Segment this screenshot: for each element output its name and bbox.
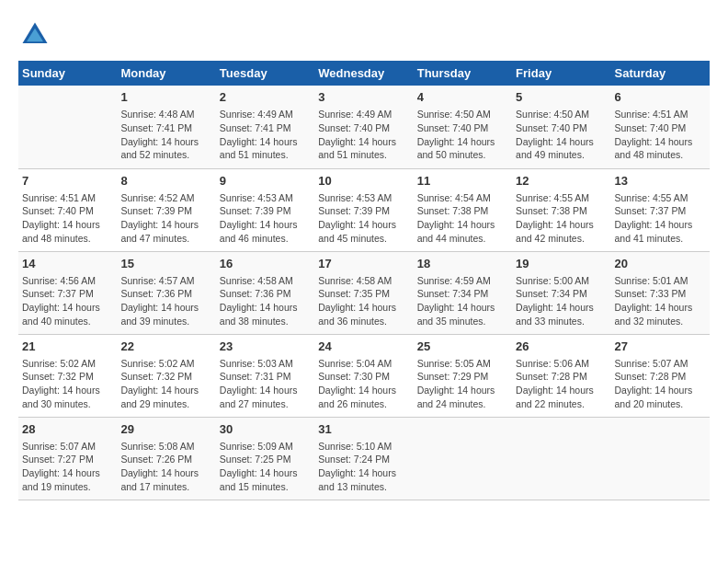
calendar-cell: 14Sunrise: 4:56 AMSunset: 7:37 PMDayligh…	[18, 251, 117, 334]
calendar-cell: 19Sunrise: 5:00 AMSunset: 7:34 PMDayligh…	[512, 251, 610, 334]
day-info: Sunrise: 5:02 AMSunset: 7:32 PMDaylight:…	[120, 357, 211, 411]
day-info: Sunrise: 5:05 AMSunset: 7:29 PMDaylight:…	[417, 357, 508, 411]
calendar-cell: 23Sunrise: 5:03 AMSunset: 7:31 PMDayligh…	[216, 334, 314, 417]
day-number: 24	[318, 339, 409, 355]
calendar-cell	[18, 86, 117, 168]
day-number: 22	[120, 339, 211, 355]
day-number: 17	[318, 256, 409, 272]
calendar-cell: 2Sunrise: 4:49 AMSunset: 7:41 PMDaylight…	[216, 86, 314, 168]
day-number: 28	[22, 421, 113, 438]
day-number: 9	[220, 173, 311, 190]
calendar-cell: 28Sunrise: 5:07 AMSunset: 7:27 PMDayligh…	[18, 417, 117, 500]
calendar-table: SundayMondayTuesdayWednesdayThursdayFrid…	[18, 61, 710, 500]
calendar-cell: 5Sunrise: 4:50 AMSunset: 7:40 PMDaylight…	[512, 86, 610, 168]
day-info: Sunrise: 5:07 AMSunset: 7:27 PMDaylight:…	[22, 440, 113, 494]
day-number: 6	[615, 89, 706, 106]
calendar-cell: 8Sunrise: 4:52 AMSunset: 7:39 PMDaylight…	[117, 168, 215, 251]
day-number: 18	[417, 256, 508, 272]
calendar-cell: 27Sunrise: 5:07 AMSunset: 7:28 PMDayligh…	[611, 334, 710, 417]
day-number: 13	[615, 173, 706, 190]
day-info: Sunrise: 4:56 AMSunset: 7:37 PMDaylight:…	[22, 274, 113, 328]
calendar-cell: 6Sunrise: 4:51 AMSunset: 7:40 PMDaylight…	[611, 86, 710, 168]
day-info: Sunrise: 4:49 AMSunset: 7:40 PMDaylight:…	[318, 108, 409, 162]
calendar-cell: 18Sunrise: 4:59 AMSunset: 7:34 PMDayligh…	[414, 251, 512, 334]
calendar-cell: 20Sunrise: 5:01 AMSunset: 7:33 PMDayligh…	[611, 251, 710, 334]
calendar-cell	[611, 417, 710, 500]
calendar-cell: 15Sunrise: 4:57 AMSunset: 7:36 PMDayligh…	[117, 251, 215, 334]
col-header-wednesday: Wednesday	[314, 61, 413, 86]
day-info: Sunrise: 4:54 AMSunset: 7:38 PMDaylight:…	[417, 191, 508, 246]
week-row-5: 28Sunrise: 5:07 AMSunset: 7:27 PMDayligh…	[18, 417, 710, 500]
week-row-3: 14Sunrise: 4:56 AMSunset: 7:37 PMDayligh…	[18, 251, 710, 334]
day-info: Sunrise: 4:53 AMSunset: 7:39 PMDaylight:…	[220, 191, 311, 246]
day-info: Sunrise: 4:53 AMSunset: 7:39 PMDaylight:…	[318, 191, 409, 246]
calendar-cell: 13Sunrise: 4:55 AMSunset: 7:37 PMDayligh…	[611, 168, 710, 251]
col-header-thursday: Thursday	[414, 61, 512, 86]
day-number: 26	[516, 339, 607, 355]
day-info: Sunrise: 5:03 AMSunset: 7:31 PMDaylight:…	[220, 357, 311, 411]
calendar-cell: 9Sunrise: 4:53 AMSunset: 7:39 PMDaylight…	[216, 168, 314, 251]
day-info: Sunrise: 4:50 AMSunset: 7:40 PMDaylight:…	[417, 108, 508, 162]
day-info: Sunrise: 4:55 AMSunset: 7:37 PMDaylight:…	[615, 191, 706, 246]
calendar-cell: 12Sunrise: 4:55 AMSunset: 7:38 PMDayligh…	[512, 168, 610, 251]
calendar-cell: 24Sunrise: 5:04 AMSunset: 7:30 PMDayligh…	[314, 334, 413, 417]
calendar-cell: 10Sunrise: 4:53 AMSunset: 7:39 PMDayligh…	[314, 168, 413, 251]
day-info: Sunrise: 4:55 AMSunset: 7:38 PMDaylight:…	[516, 191, 607, 246]
day-info: Sunrise: 5:10 AMSunset: 7:24 PMDaylight:…	[318, 440, 409, 494]
calendar-cell: 17Sunrise: 4:58 AMSunset: 7:35 PMDayligh…	[314, 251, 413, 334]
week-row-4: 21Sunrise: 5:02 AMSunset: 7:32 PMDayligh…	[18, 334, 710, 417]
col-header-sunday: Sunday	[18, 61, 117, 86]
logo	[18, 18, 55, 52]
day-info: Sunrise: 4:48 AMSunset: 7:41 PMDaylight:…	[120, 108, 211, 162]
calendar-cell: 29Sunrise: 5:08 AMSunset: 7:26 PMDayligh…	[117, 417, 215, 500]
week-row-2: 7Sunrise: 4:51 AMSunset: 7:40 PMDaylight…	[18, 168, 710, 251]
calendar-cell: 25Sunrise: 5:05 AMSunset: 7:29 PMDayligh…	[414, 334, 512, 417]
calendar-header-row: SundayMondayTuesdayWednesdayThursdayFrid…	[18, 61, 710, 86]
day-number: 31	[318, 421, 409, 438]
day-info: Sunrise: 4:51 AMSunset: 7:40 PMDaylight:…	[615, 108, 706, 162]
calendar-cell: 21Sunrise: 5:02 AMSunset: 7:32 PMDayligh…	[18, 334, 117, 417]
day-number: 12	[516, 173, 607, 190]
day-info: Sunrise: 4:59 AMSunset: 7:34 PMDaylight:…	[417, 274, 508, 328]
day-info: Sunrise: 5:07 AMSunset: 7:28 PMDaylight:…	[615, 357, 706, 411]
calendar-cell	[512, 417, 610, 500]
day-info: Sunrise: 4:52 AMSunset: 7:39 PMDaylight:…	[120, 191, 211, 246]
day-number: 5	[516, 89, 607, 106]
day-number: 11	[417, 173, 508, 190]
day-number: 27	[615, 339, 706, 355]
day-info: Sunrise: 4:49 AMSunset: 7:41 PMDaylight:…	[220, 108, 311, 162]
day-number: 29	[120, 421, 211, 438]
col-header-friday: Friday	[512, 61, 610, 86]
day-number: 21	[22, 339, 113, 355]
day-number: 10	[318, 173, 409, 190]
day-number: 1	[120, 89, 211, 106]
calendar-cell: 3Sunrise: 4:49 AMSunset: 7:40 PMDaylight…	[314, 86, 413, 168]
day-info: Sunrise: 5:02 AMSunset: 7:32 PMDaylight:…	[22, 357, 113, 411]
day-number: 30	[220, 421, 311, 438]
col-header-saturday: Saturday	[611, 61, 710, 86]
day-info: Sunrise: 4:50 AMSunset: 7:40 PMDaylight:…	[516, 108, 607, 162]
day-number: 3	[318, 89, 409, 106]
day-info: Sunrise: 4:51 AMSunset: 7:40 PMDaylight:…	[22, 191, 113, 246]
day-number: 14	[22, 256, 113, 272]
day-number: 25	[417, 339, 508, 355]
calendar-cell: 30Sunrise: 5:09 AMSunset: 7:25 PMDayligh…	[216, 417, 314, 500]
calendar-cell: 4Sunrise: 4:50 AMSunset: 7:40 PMDaylight…	[414, 86, 512, 168]
day-number: 8	[120, 173, 211, 190]
day-number: 19	[516, 256, 607, 272]
calendar-cell: 16Sunrise: 4:58 AMSunset: 7:36 PMDayligh…	[216, 251, 314, 334]
week-row-1: 1Sunrise: 4:48 AMSunset: 7:41 PMDaylight…	[18, 86, 710, 168]
day-number: 7	[22, 173, 113, 190]
calendar-cell: 11Sunrise: 4:54 AMSunset: 7:38 PMDayligh…	[414, 168, 512, 251]
day-info: Sunrise: 4:57 AMSunset: 7:36 PMDaylight:…	[120, 274, 211, 328]
calendar-cell: 7Sunrise: 4:51 AMSunset: 7:40 PMDaylight…	[18, 168, 117, 251]
day-info: Sunrise: 5:00 AMSunset: 7:34 PMDaylight:…	[516, 274, 607, 328]
day-info: Sunrise: 5:09 AMSunset: 7:25 PMDaylight:…	[220, 440, 311, 494]
day-info: Sunrise: 5:06 AMSunset: 7:28 PMDaylight:…	[516, 357, 607, 411]
day-info: Sunrise: 5:01 AMSunset: 7:33 PMDaylight:…	[615, 274, 706, 328]
day-number: 20	[615, 256, 706, 272]
day-info: Sunrise: 5:04 AMSunset: 7:30 PMDaylight:…	[318, 357, 409, 411]
day-info: Sunrise: 4:58 AMSunset: 7:35 PMDaylight:…	[318, 274, 409, 328]
calendar-cell: 1Sunrise: 4:48 AMSunset: 7:41 PMDaylight…	[117, 86, 215, 168]
calendar-cell: 26Sunrise: 5:06 AMSunset: 7:28 PMDayligh…	[512, 334, 610, 417]
